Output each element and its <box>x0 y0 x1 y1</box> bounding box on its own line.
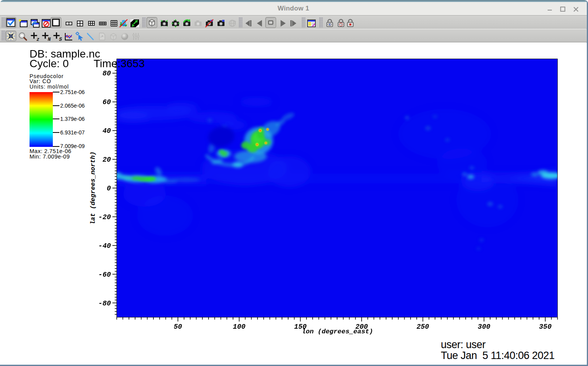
svg-text:80: 80 <box>103 70 111 77</box>
svg-text:60: 60 <box>103 98 111 106</box>
svg-text:40: 40 <box>103 127 111 135</box>
svg-text:250: 250 <box>416 323 429 331</box>
svg-text:350: 350 <box>539 323 552 331</box>
svg-text:-60: -60 <box>98 271 111 279</box>
svg-text:100: 100 <box>233 323 246 331</box>
svg-text:0: 0 <box>107 185 111 192</box>
svg-text:50: 50 <box>174 323 182 331</box>
svg-text:-20: -20 <box>98 213 111 221</box>
svg-text:300: 300 <box>478 323 491 331</box>
svg-text:-80: -80 <box>98 300 111 307</box>
svg-text:20: 20 <box>103 156 111 164</box>
svg-text:lon (degrees_east): lon (degrees_east) <box>302 328 373 335</box>
svg-text:lat (degrees_north): lat (degrees_north) <box>89 152 97 225</box>
svg-text:-40: -40 <box>98 242 111 250</box>
